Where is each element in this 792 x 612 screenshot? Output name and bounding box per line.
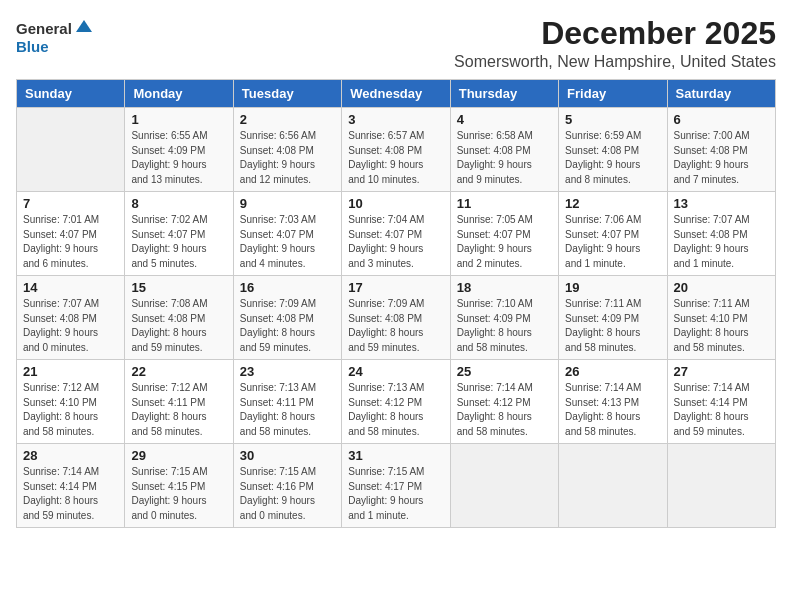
- calendar-cell: 2Sunrise: 6:56 AM Sunset: 4:08 PM Daylig…: [233, 108, 341, 192]
- day-number: 13: [674, 196, 769, 211]
- day-number: 31: [348, 448, 443, 463]
- cell-info: Sunrise: 7:15 AM Sunset: 4:16 PM Dayligh…: [240, 465, 335, 523]
- calendar-cell: 21Sunrise: 7:12 AM Sunset: 4:10 PM Dayli…: [17, 360, 125, 444]
- day-number: 7: [23, 196, 118, 211]
- day-number: 15: [131, 280, 226, 295]
- day-number: 12: [565, 196, 660, 211]
- cell-info: Sunrise: 6:56 AM Sunset: 4:08 PM Dayligh…: [240, 129, 335, 187]
- day-number: 6: [674, 112, 769, 127]
- calendar-cell: 19Sunrise: 7:11 AM Sunset: 4:09 PM Dayli…: [559, 276, 667, 360]
- cell-info: Sunrise: 6:59 AM Sunset: 4:08 PM Dayligh…: [565, 129, 660, 187]
- week-row-5: 28Sunrise: 7:14 AM Sunset: 4:14 PM Dayli…: [17, 444, 776, 528]
- calendar-cell: 10Sunrise: 7:04 AM Sunset: 4:07 PM Dayli…: [342, 192, 450, 276]
- cell-info: Sunrise: 7:15 AM Sunset: 4:17 PM Dayligh…: [348, 465, 443, 523]
- day-number: 9: [240, 196, 335, 211]
- logo-icon: [74, 18, 94, 38]
- calendar-cell: 9Sunrise: 7:03 AM Sunset: 4:07 PM Daylig…: [233, 192, 341, 276]
- calendar-cell: 3Sunrise: 6:57 AM Sunset: 4:08 PM Daylig…: [342, 108, 450, 192]
- day-number: 24: [348, 364, 443, 379]
- calendar-cell: 6Sunrise: 7:00 AM Sunset: 4:08 PM Daylig…: [667, 108, 775, 192]
- day-number: 28: [23, 448, 118, 463]
- calendar-cell: 20Sunrise: 7:11 AM Sunset: 4:10 PM Dayli…: [667, 276, 775, 360]
- cell-info: Sunrise: 7:13 AM Sunset: 4:12 PM Dayligh…: [348, 381, 443, 439]
- calendar-cell: 27Sunrise: 7:14 AM Sunset: 4:14 PM Dayli…: [667, 360, 775, 444]
- cell-info: Sunrise: 6:55 AM Sunset: 4:09 PM Dayligh…: [131, 129, 226, 187]
- column-header-tuesday: Tuesday: [233, 80, 341, 108]
- cell-info: Sunrise: 7:14 AM Sunset: 4:14 PM Dayligh…: [23, 465, 118, 523]
- day-number: 2: [240, 112, 335, 127]
- column-header-monday: Monday: [125, 80, 233, 108]
- calendar-cell: 12Sunrise: 7:06 AM Sunset: 4:07 PM Dayli…: [559, 192, 667, 276]
- day-number: 5: [565, 112, 660, 127]
- column-header-sunday: Sunday: [17, 80, 125, 108]
- day-number: 17: [348, 280, 443, 295]
- day-number: 19: [565, 280, 660, 295]
- calendar-cell: 26Sunrise: 7:14 AM Sunset: 4:13 PM Dayli…: [559, 360, 667, 444]
- cell-info: Sunrise: 7:02 AM Sunset: 4:07 PM Dayligh…: [131, 213, 226, 271]
- cell-info: Sunrise: 6:58 AM Sunset: 4:08 PM Dayligh…: [457, 129, 552, 187]
- logo-general: General: [16, 21, 72, 38]
- week-row-1: 1Sunrise: 6:55 AM Sunset: 4:09 PM Daylig…: [17, 108, 776, 192]
- page-header: General Blue December 2025 Somersworth, …: [16, 16, 776, 71]
- calendar-cell: [17, 108, 125, 192]
- cell-info: Sunrise: 7:04 AM Sunset: 4:07 PM Dayligh…: [348, 213, 443, 271]
- logo-blue: Blue: [16, 38, 49, 55]
- title-block: December 2025 Somersworth, New Hampshire…: [454, 16, 776, 71]
- calendar-cell: 29Sunrise: 7:15 AM Sunset: 4:15 PM Dayli…: [125, 444, 233, 528]
- cell-info: Sunrise: 7:13 AM Sunset: 4:11 PM Dayligh…: [240, 381, 335, 439]
- calendar-cell: 24Sunrise: 7:13 AM Sunset: 4:12 PM Dayli…: [342, 360, 450, 444]
- cell-info: Sunrise: 7:11 AM Sunset: 4:09 PM Dayligh…: [565, 297, 660, 355]
- calendar-cell: 18Sunrise: 7:10 AM Sunset: 4:09 PM Dayli…: [450, 276, 558, 360]
- cell-info: Sunrise: 7:00 AM Sunset: 4:08 PM Dayligh…: [674, 129, 769, 187]
- day-number: 22: [131, 364, 226, 379]
- day-number: 3: [348, 112, 443, 127]
- cell-info: Sunrise: 7:12 AM Sunset: 4:10 PM Dayligh…: [23, 381, 118, 439]
- day-number: 23: [240, 364, 335, 379]
- calendar-cell: 14Sunrise: 7:07 AM Sunset: 4:08 PM Dayli…: [17, 276, 125, 360]
- cell-info: Sunrise: 7:01 AM Sunset: 4:07 PM Dayligh…: [23, 213, 118, 271]
- calendar-cell: 30Sunrise: 7:15 AM Sunset: 4:16 PM Dayli…: [233, 444, 341, 528]
- calendar-cell: [559, 444, 667, 528]
- calendar-cell: 28Sunrise: 7:14 AM Sunset: 4:14 PM Dayli…: [17, 444, 125, 528]
- day-number: 18: [457, 280, 552, 295]
- cell-info: Sunrise: 7:06 AM Sunset: 4:07 PM Dayligh…: [565, 213, 660, 271]
- calendar-cell: 1Sunrise: 6:55 AM Sunset: 4:09 PM Daylig…: [125, 108, 233, 192]
- column-header-thursday: Thursday: [450, 80, 558, 108]
- week-row-3: 14Sunrise: 7:07 AM Sunset: 4:08 PM Dayli…: [17, 276, 776, 360]
- calendar-cell: 22Sunrise: 7:12 AM Sunset: 4:11 PM Dayli…: [125, 360, 233, 444]
- cell-info: Sunrise: 7:14 AM Sunset: 4:12 PM Dayligh…: [457, 381, 552, 439]
- column-header-friday: Friday: [559, 80, 667, 108]
- calendar-cell: 4Sunrise: 6:58 AM Sunset: 4:08 PM Daylig…: [450, 108, 558, 192]
- calendar-cell: 17Sunrise: 7:09 AM Sunset: 4:08 PM Dayli…: [342, 276, 450, 360]
- cell-info: Sunrise: 7:07 AM Sunset: 4:08 PM Dayligh…: [23, 297, 118, 355]
- cell-info: Sunrise: 7:05 AM Sunset: 4:07 PM Dayligh…: [457, 213, 552, 271]
- calendar-cell: 5Sunrise: 6:59 AM Sunset: 4:08 PM Daylig…: [559, 108, 667, 192]
- cell-info: Sunrise: 6:57 AM Sunset: 4:08 PM Dayligh…: [348, 129, 443, 187]
- week-row-4: 21Sunrise: 7:12 AM Sunset: 4:10 PM Dayli…: [17, 360, 776, 444]
- week-row-2: 7Sunrise: 7:01 AM Sunset: 4:07 PM Daylig…: [17, 192, 776, 276]
- day-number: 25: [457, 364, 552, 379]
- calendar-cell: 31Sunrise: 7:15 AM Sunset: 4:17 PM Dayli…: [342, 444, 450, 528]
- calendar-cell: [450, 444, 558, 528]
- column-header-wednesday: Wednesday: [342, 80, 450, 108]
- day-number: 26: [565, 364, 660, 379]
- cell-info: Sunrise: 7:03 AM Sunset: 4:07 PM Dayligh…: [240, 213, 335, 271]
- day-number: 1: [131, 112, 226, 127]
- calendar-table: SundayMondayTuesdayWednesdayThursdayFrid…: [16, 79, 776, 528]
- day-number: 27: [674, 364, 769, 379]
- calendar-cell: [667, 444, 775, 528]
- cell-info: Sunrise: 7:09 AM Sunset: 4:08 PM Dayligh…: [348, 297, 443, 355]
- calendar-cell: 11Sunrise: 7:05 AM Sunset: 4:07 PM Dayli…: [450, 192, 558, 276]
- cell-info: Sunrise: 7:11 AM Sunset: 4:10 PM Dayligh…: [674, 297, 769, 355]
- calendar-cell: 25Sunrise: 7:14 AM Sunset: 4:12 PM Dayli…: [450, 360, 558, 444]
- header-row: SundayMondayTuesdayWednesdayThursdayFrid…: [17, 80, 776, 108]
- column-header-saturday: Saturday: [667, 80, 775, 108]
- day-number: 11: [457, 196, 552, 211]
- day-number: 10: [348, 196, 443, 211]
- cell-info: Sunrise: 7:09 AM Sunset: 4:08 PM Dayligh…: [240, 297, 335, 355]
- calendar-cell: 15Sunrise: 7:08 AM Sunset: 4:08 PM Dayli…: [125, 276, 233, 360]
- day-number: 20: [674, 280, 769, 295]
- calendar-cell: 13Sunrise: 7:07 AM Sunset: 4:08 PM Dayli…: [667, 192, 775, 276]
- logo: General Blue: [16, 20, 94, 56]
- cell-info: Sunrise: 7:07 AM Sunset: 4:08 PM Dayligh…: [674, 213, 769, 271]
